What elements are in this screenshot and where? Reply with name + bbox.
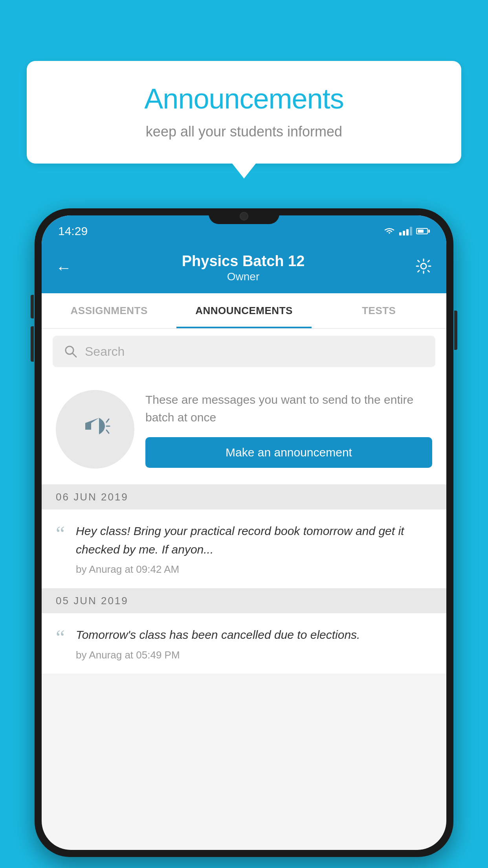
wifi-icon [383,227,395,235]
announcement-text-1: Hey class! Bring your practical record b… [76,522,432,559]
promo-description: These are messages you want to send to t… [145,391,432,426]
date-separator-1: 06 JUN 2019 [42,485,446,509]
tabs-container: ASSIGNMENTS ANNOUNCEMENTS TESTS [42,293,446,329]
announcement-meta-1: by Anurag at 09:42 AM [76,563,432,576]
announcement-promo: These are messages you want to send to t… [42,374,446,485]
announcement-content-1: Hey class! Bring your practical record b… [76,522,432,576]
announcement-item-1[interactable]: “ Hey class! Bring your practical record… [42,509,446,588]
announcement-item-2[interactable]: “ Tomorrow's class has been cancelled du… [42,613,446,674]
back-button[interactable]: ← [56,259,72,277]
status-icons [383,227,430,235]
date-separator-2: 05 JUN 2019 [42,588,446,613]
phone-mockup: 14:29 [35,208,453,868]
svg-line-4 [106,419,109,422]
tab-assignments[interactable]: ASSIGNMENTS [42,293,176,328]
phone-frame: 14:29 [35,208,453,857]
phone-notch [209,208,279,224]
svg-line-2 [73,353,76,357]
megaphone-circle [56,390,134,469]
svg-point-0 [421,263,426,269]
phone-screen: 14:29 [42,215,446,850]
bubble-tail [232,164,256,178]
vol-down-button [31,326,34,362]
status-time: 14:29 [58,224,88,238]
svg-line-6 [106,430,109,433]
vol-up-button [31,295,34,318]
tab-tests[interactable]: TESTS [312,293,446,328]
signal-icon [399,227,412,235]
power-button [454,311,457,350]
header-title-block: Physics Batch 12 Owner [72,252,415,283]
announcement-content-2: Tomorrow's class has been cancelled due … [76,626,432,661]
promo-content: These are messages you want to send to t… [145,391,432,468]
battery-icon [416,228,430,234]
app-header: ← Physics Batch 12 Owner [42,242,446,293]
speech-bubble-section: Announcements keep all your students inf… [27,61,461,178]
make-announcement-button[interactable]: Make an announcement [145,437,432,468]
settings-icon[interactable] [415,257,432,278]
quote-icon-1: “ [56,524,65,544]
quote-icon-2: “ [56,627,65,648]
camera [240,212,248,221]
announcement-meta-2: by Anurag at 05:49 PM [76,649,432,661]
bubble-subtitle: keep all your students informed [50,123,438,140]
search-bar[interactable]: Search [53,336,435,367]
search-container: Search [42,329,446,374]
batch-title: Physics Batch 12 [72,252,415,270]
announcement-text-2: Tomorrow's class has been cancelled due … [76,626,432,644]
tab-announcements[interactable]: ANNOUNCEMENTS [176,293,311,328]
megaphone-icon [77,408,113,451]
svg-rect-3 [85,423,91,430]
search-icon [64,344,78,359]
speech-bubble: Announcements keep all your students inf… [27,61,461,164]
batch-role: Owner [72,270,415,283]
bubble-title: Announcements [50,83,438,115]
search-placeholder: Search [85,344,125,359]
